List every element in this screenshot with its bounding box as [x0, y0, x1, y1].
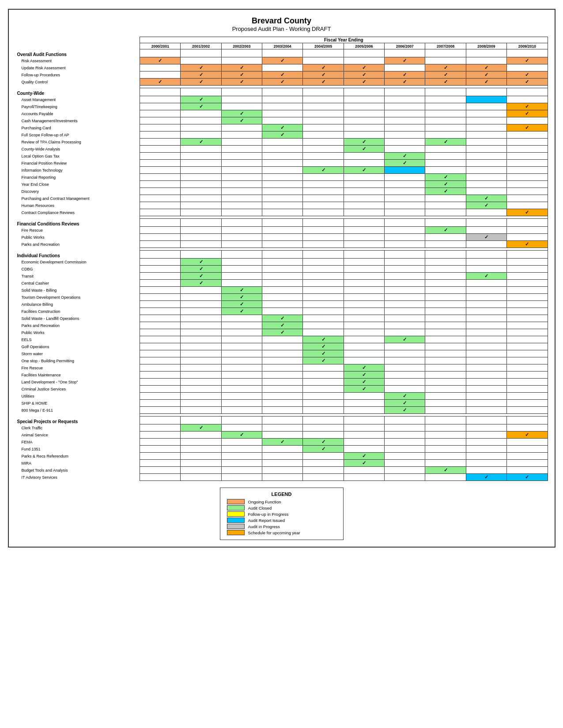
cell: ✓	[344, 372, 384, 379]
cell	[303, 432, 344, 439]
cell	[507, 453, 548, 460]
cell	[181, 234, 221, 241]
cell	[507, 329, 548, 336]
cell	[262, 202, 303, 209]
cell	[303, 202, 344, 209]
cell	[262, 287, 303, 294]
cell	[181, 393, 221, 400]
cell	[140, 209, 181, 216]
table-container: Fiscal Year Ending 2000/2001 2001/2002 2…	[15, 37, 548, 481]
cell	[262, 259, 303, 266]
legend-item-ongoing: Ongoing Function	[227, 499, 336, 504]
row-storm-water: Storm water ✓	[15, 350, 548, 357]
cell	[140, 188, 181, 195]
cell	[507, 117, 548, 124]
cell	[507, 343, 548, 350]
cell	[181, 439, 221, 446]
label-purchasing-card: Purchasing Card	[15, 124, 140, 131]
cell	[385, 322, 425, 329]
label-cdbg: CDBG	[15, 266, 140, 273]
label-facilities-construction: Facilities Construction	[15, 308, 140, 315]
cell	[221, 266, 262, 273]
cell	[425, 336, 466, 343]
cell	[466, 117, 506, 124]
cell	[466, 308, 506, 315]
label-utilities: Utilities	[15, 393, 140, 400]
year-2006: 2006/2007	[385, 43, 425, 49]
cell	[344, 195, 384, 202]
cell: ✓	[303, 79, 344, 86]
cell	[221, 103, 262, 110]
cell	[303, 364, 344, 372]
cell	[466, 153, 506, 160]
cell	[262, 227, 303, 234]
label-800-mega: 800 Mega / E-911	[15, 407, 140, 414]
label-solid-waste-billing: Solid Waste - Billing	[15, 287, 140, 294]
cell	[507, 364, 548, 372]
cell	[181, 241, 221, 248]
cell	[466, 357, 506, 364]
cell: ✓	[344, 453, 384, 460]
row-discovery: Discovery ✓	[15, 188, 548, 195]
row-payroll: Payroll/Timekeeping ✓ ✓	[15, 103, 548, 110]
cell	[344, 181, 384, 188]
cell	[303, 372, 344, 379]
cell	[181, 446, 221, 453]
cell	[425, 88, 466, 96]
cell: ✓	[181, 71, 221, 79]
label-fire-rescue-ind: Fire Rescue	[15, 364, 140, 372]
row-it: Information Technology ✓ ✓	[15, 167, 548, 174]
cell	[344, 467, 384, 474]
cell	[425, 372, 466, 379]
cell	[221, 131, 262, 139]
cell	[262, 167, 303, 174]
legend-color-report	[227, 518, 245, 523]
cell	[140, 372, 181, 379]
cell	[385, 372, 425, 379]
row-financial-position: Financial Position Review ✓	[15, 160, 548, 167]
cell	[466, 453, 506, 460]
label-payroll: Payroll/Timekeeping	[15, 103, 140, 110]
cell	[181, 343, 221, 350]
cell	[140, 294, 181, 301]
row-purchasing-card: Purchasing Card ✓ ✓	[15, 124, 548, 131]
cell	[425, 110, 466, 117]
cell	[262, 474, 303, 481]
cell	[466, 241, 506, 248]
cell	[385, 49, 425, 57]
cell	[507, 357, 548, 364]
cell	[140, 364, 181, 372]
cell	[303, 424, 344, 432]
cell	[181, 209, 221, 216]
legend-item-upcoming: Schedule for upcoming year	[227, 530, 336, 535]
cell	[425, 49, 466, 57]
row-ambulance: Ambulance Billing ✓	[15, 301, 548, 308]
cell	[425, 424, 466, 432]
cell	[221, 467, 262, 474]
cell	[466, 96, 506, 103]
cell: ✓	[385, 71, 425, 79]
cell	[303, 209, 344, 216]
cell	[181, 188, 221, 195]
cell	[221, 146, 262, 153]
cell	[466, 393, 506, 400]
cell	[140, 393, 181, 400]
label-human-resources: Human Resources	[15, 202, 140, 209]
cell	[140, 350, 181, 357]
cell: ✓	[507, 474, 548, 481]
cell	[140, 308, 181, 315]
cell	[344, 294, 384, 301]
cell: ✓	[303, 357, 344, 364]
cell: ✓	[507, 79, 548, 86]
cell	[344, 424, 384, 432]
cell	[262, 294, 303, 301]
cell	[344, 336, 384, 343]
cell	[385, 350, 425, 357]
cell	[466, 139, 506, 146]
cell	[140, 280, 181, 287]
legend-item-report: Audit Report Issued	[227, 518, 336, 523]
cell	[140, 467, 181, 474]
cell	[303, 453, 344, 460]
cell: ✓	[385, 79, 425, 86]
cell	[466, 259, 506, 266]
